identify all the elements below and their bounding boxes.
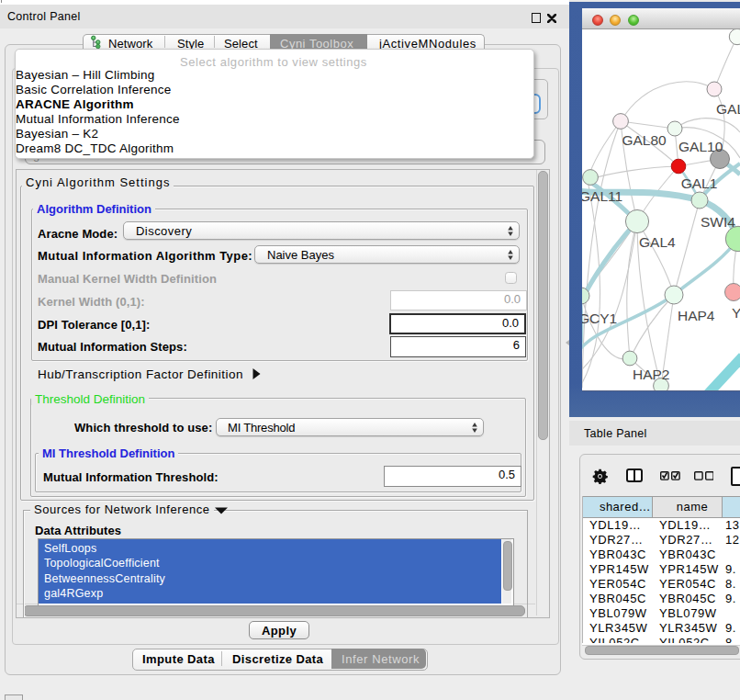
svg-text:GAL4: GAL4 [639,234,676,250]
svg-text:SWI4: SWI4 [701,214,735,230]
svg-text:HAP4: HAP4 [678,308,715,323]
svg-text:GAL11: GAL11 [582,188,622,204]
svg-text:Y: Y [732,305,740,321]
svg-text:GAL1: GAL1 [681,175,718,191]
svg-text:GAL80: GAL80 [622,132,667,148]
svg-text:HAP2: HAP2 [633,367,670,382]
svg-text:GAL: GAL [716,101,740,117]
svg-text:GAL10: GAL10 [678,139,723,154]
svg-text:GCY1: GCY1 [582,310,617,326]
